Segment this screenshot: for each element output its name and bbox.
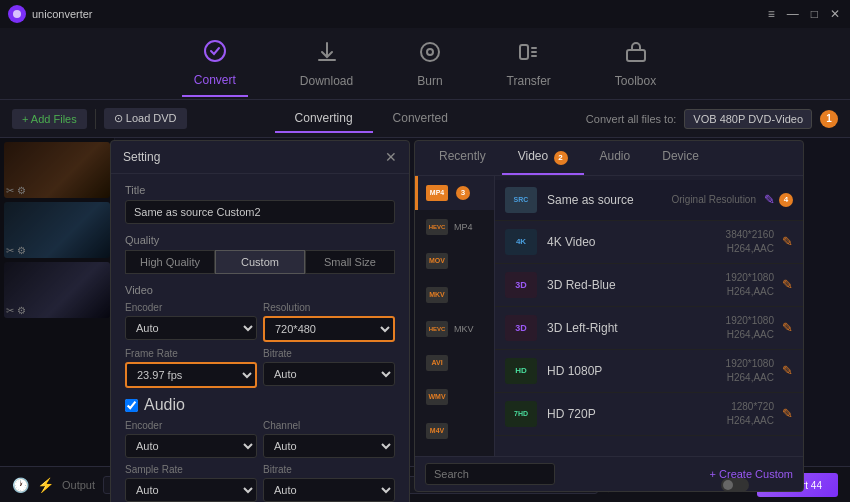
fo-name-hd1080: HD 1080P bbox=[547, 364, 726, 378]
audio-label: Audio bbox=[144, 396, 185, 414]
fo-edit-hd1080[interactable]: ✎ bbox=[782, 363, 793, 378]
setting-header: Setting ✕ bbox=[111, 141, 409, 174]
fo-edit-4k[interactable]: ✎ bbox=[782, 234, 793, 249]
m4v-icon: M4V bbox=[426, 423, 448, 439]
mp4-icon: MP4 bbox=[426, 185, 448, 201]
option-hd720[interactable]: 7HD HD 720P 1280*720H264,AAC ✎ bbox=[495, 393, 803, 436]
format-panel: Recently Video 2 Audio Device MP4 3 HEVC bbox=[414, 140, 804, 492]
fo-name-3d-rb: 3D Red-Blue bbox=[547, 278, 726, 292]
avi-icon: AVI bbox=[426, 355, 448, 371]
format-tabs: Recently Video 2 Audio Device bbox=[415, 141, 803, 176]
format-options: SRC Same as source Original Resolution ✎… bbox=[495, 176, 803, 456]
menu-icon[interactable]: ≡ bbox=[766, 7, 777, 21]
tab-audio[interactable]: Audio bbox=[584, 141, 647, 175]
merge-toggle[interactable] bbox=[721, 478, 749, 492]
option-same-as-source[interactable]: SRC Same as source Original Resolution ✎… bbox=[495, 180, 803, 221]
lightning-icon[interactable]: ⚡ bbox=[37, 477, 54, 493]
convert-all-label: Convert all files to: bbox=[586, 113, 676, 125]
toggle-dot bbox=[723, 480, 733, 490]
download-icon bbox=[315, 40, 339, 70]
format-badge[interactable]: VOB 480P DVD-Video bbox=[684, 109, 812, 129]
nav-burn[interactable]: Burn bbox=[405, 32, 454, 96]
close-icon[interactable]: ✕ bbox=[828, 7, 842, 21]
format-search-input[interactable] bbox=[425, 463, 555, 485]
bitrate-group: Bitrate Auto bbox=[263, 348, 395, 388]
maximize-icon[interactable]: □ bbox=[809, 7, 820, 21]
nav-download[interactable]: Download bbox=[288, 32, 365, 96]
option-4k[interactable]: 4K 4K Video 3840*2160H264,AAC ✎ bbox=[495, 221, 803, 264]
tab-video[interactable]: Video 2 bbox=[502, 141, 584, 175]
tab-device[interactable]: Device bbox=[646, 141, 715, 175]
setting-close-button[interactable]: ✕ bbox=[385, 149, 397, 165]
audio-sample-select[interactable]: Auto bbox=[125, 478, 257, 502]
resolution-select[interactable]: 720*480 bbox=[263, 316, 395, 342]
tab-recently[interactable]: Recently bbox=[423, 141, 502, 175]
quality-high-button[interactable]: High Quality bbox=[125, 250, 215, 274]
video-section-title: Video bbox=[125, 284, 395, 296]
bitrate-select[interactable]: Auto bbox=[263, 362, 395, 386]
load-dvd-button[interactable]: ⊙ Load DVD bbox=[104, 108, 187, 129]
audio-channel-label: Channel bbox=[263, 420, 395, 431]
title-bar-left: uniconverter bbox=[8, 5, 93, 23]
minimize-icon[interactable]: — bbox=[785, 7, 801, 21]
format-mkv[interactable]: MKV bbox=[415, 278, 494, 312]
content-area: ✂ ⚙ ✂ ⚙ ✂ ⚙ Setting ✕ bbox=[0, 138, 850, 466]
title-bar-right: ≡ — □ ✕ bbox=[766, 7, 842, 21]
clock-icon[interactable]: 🕐 bbox=[12, 477, 29, 493]
format-m4v[interactable]: M4V bbox=[415, 414, 494, 448]
hd720-icon: 7HD bbox=[505, 401, 537, 427]
format-avi[interactable]: AVI bbox=[415, 346, 494, 380]
add-files-button[interactable]: + Add Files bbox=[12, 109, 87, 129]
nav-toolbox[interactable]: Toolbox bbox=[603, 32, 668, 96]
quality-small-button[interactable]: Small Size bbox=[305, 250, 395, 274]
nav-convert[interactable]: Convert bbox=[182, 31, 248, 97]
mp4-badge: 3 bbox=[456, 186, 470, 200]
option-3d-red-blue[interactable]: 3D 3D Red-Blue 1920*1080H264,AAC ✎ bbox=[495, 264, 803, 307]
format-mp4[interactable]: MP4 3 bbox=[415, 176, 494, 210]
fo-edit-3d-rb[interactable]: ✎ bbox=[782, 277, 793, 292]
framerate-select[interactable]: 23.97 fps bbox=[125, 362, 257, 388]
audio-checkbox[interactable] bbox=[125, 399, 138, 412]
create-custom-button[interactable]: + Create Custom bbox=[710, 468, 793, 480]
tab-converted[interactable]: Converted bbox=[373, 105, 468, 133]
fo-edit-3d-lr[interactable]: ✎ bbox=[782, 320, 793, 335]
audio-encoder-group: Encoder Auto bbox=[125, 420, 257, 458]
audio-channel-select[interactable]: Auto bbox=[263, 434, 395, 458]
setting-title: Setting bbox=[123, 150, 160, 164]
title-bar: uniconverter ≡ — □ ✕ bbox=[0, 0, 850, 28]
fo-res-src: Original Resolution bbox=[672, 193, 757, 207]
title-field-label: Title bbox=[125, 184, 395, 196]
audio-bitrate-select[interactable]: Auto bbox=[263, 478, 395, 502]
format-hevc-mp4[interactable]: HEVC MP4 bbox=[415, 210, 494, 244]
svg-point-0 bbox=[13, 10, 21, 18]
nav-convert-label: Convert bbox=[194, 73, 236, 87]
hevc-mp4-icon: HEVC bbox=[426, 219, 448, 235]
fo-edit-hd720[interactable]: ✎ bbox=[782, 406, 793, 421]
format-mov[interactable]: MOV bbox=[415, 244, 494, 278]
option-3d-lr[interactable]: 3D 3D Left-Right 1920*1080H264,AAC ✎ bbox=[495, 307, 803, 350]
option-hd1080[interactable]: HD HD 1080P 1920*1080H264,AAC ✎ bbox=[495, 350, 803, 393]
format-hevc-mkv[interactable]: HEVC MKV bbox=[415, 312, 494, 346]
nav-transfer[interactable]: Transfer bbox=[495, 32, 563, 96]
encoder-select[interactable]: Auto bbox=[125, 316, 257, 340]
fo-edit-src[interactable]: ✎ bbox=[764, 192, 775, 207]
3d-rb-icon: 3D bbox=[505, 272, 537, 298]
mkv-icon: MKV bbox=[426, 287, 448, 303]
burn-icon bbox=[418, 40, 442, 70]
nav-transfer-label: Transfer bbox=[507, 74, 551, 88]
svg-point-2 bbox=[421, 43, 439, 61]
format-wmv[interactable]: WMV bbox=[415, 380, 494, 414]
fo-res-3d-lr: 1920*1080H264,AAC bbox=[726, 314, 774, 342]
format-list: MP4 3 HEVC MP4 MOV MKV HEVC bbox=[415, 176, 495, 456]
setting-body: Title Quality High Quality Custom Small … bbox=[111, 174, 409, 502]
fo-res-3d-rb: 1920*1080H264,AAC bbox=[726, 271, 774, 299]
nav-toolbox-label: Toolbox bbox=[615, 74, 656, 88]
tab-converting[interactable]: Converting bbox=[275, 105, 373, 133]
hevc-mkv-icon: HEVC bbox=[426, 321, 448, 337]
quality-custom-button[interactable]: Custom bbox=[215, 250, 305, 274]
audio-encoder-select[interactable]: Auto bbox=[125, 434, 257, 458]
encoder-group: Encoder Auto bbox=[125, 302, 257, 342]
hd1080-icon: HD bbox=[505, 358, 537, 384]
title-input[interactable] bbox=[125, 200, 395, 224]
audio-bitrate-group: Bitrate Auto bbox=[263, 464, 395, 502]
